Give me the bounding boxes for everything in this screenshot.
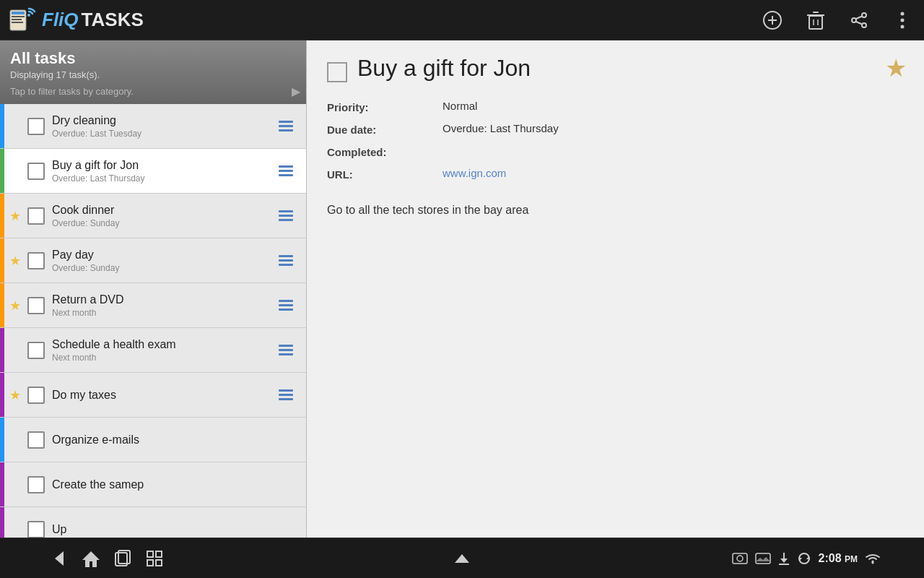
task-item[interactable]: ★Create the samep xyxy=(0,462,306,507)
task-drag-handle[interactable] xyxy=(274,210,297,221)
task-star-icon[interactable]: ★ xyxy=(6,253,25,269)
task-checkbox[interactable] xyxy=(27,387,45,404)
svg-point-15 xyxy=(862,23,866,27)
detail-star-icon[interactable]: ★ xyxy=(885,53,907,82)
task-name: Cook dinner xyxy=(52,204,274,217)
task-drag-handle[interactable] xyxy=(274,165,297,176)
svg-point-20 xyxy=(901,18,905,22)
priority-value: Normal xyxy=(443,100,904,113)
task-info: Organize e-mails xyxy=(52,434,300,447)
task-name: Buy a gift for Jon xyxy=(52,159,274,172)
task-star-icon[interactable]: ★ xyxy=(6,477,25,493)
detail-title: Buy a gift for Jon xyxy=(357,55,904,82)
back-button[interactable] xyxy=(43,543,75,574)
task-star-icon[interactable]: ★ xyxy=(6,432,25,448)
task-info: Schedule a health examNext month xyxy=(52,338,274,363)
detail-fields: Priority: Normal Due date: Overdue: Last… xyxy=(327,100,904,181)
priority-label: Priority: xyxy=(327,100,443,113)
task-color-bar xyxy=(0,373,4,417)
task-checkbox[interactable] xyxy=(27,521,45,538)
task-checkbox[interactable] xyxy=(27,163,45,180)
task-info: Create the samep xyxy=(52,478,300,491)
more-options-button[interactable] xyxy=(889,7,915,33)
task-color-bar xyxy=(0,104,4,148)
task-name: Organize e-mails xyxy=(52,434,300,447)
svg-rect-29 xyxy=(156,560,162,566)
task-name: Create the samep xyxy=(52,478,300,491)
top-actions xyxy=(759,7,915,33)
svg-point-5 xyxy=(27,14,30,17)
url-value[interactable]: www.ign.com xyxy=(443,167,904,181)
task-checkbox[interactable] xyxy=(27,207,45,225)
task-item[interactable]: ★Do my taxes xyxy=(0,373,306,418)
task-star-icon[interactable]: ★ xyxy=(6,208,25,224)
task-subtitle: Next month xyxy=(52,308,274,318)
home-button[interactable] xyxy=(75,543,107,574)
up-arrow-button[interactable] xyxy=(446,543,478,574)
task-checkbox[interactable] xyxy=(27,342,45,359)
task-item[interactable]: ★Return a DVDNext month xyxy=(0,283,306,328)
task-item[interactable]: ★Schedule a health examNext month xyxy=(0,328,306,373)
main-content: All tasks Displaying 17 task(s). Tap to … xyxy=(0,40,924,538)
svg-rect-31 xyxy=(733,553,747,564)
scan-button[interactable] xyxy=(139,543,170,574)
svg-point-32 xyxy=(737,556,743,561)
task-checkbox[interactable] xyxy=(27,297,45,314)
task-star-icon[interactable]: ★ xyxy=(6,342,25,358)
task-checkbox[interactable] xyxy=(27,118,45,135)
share-button[interactable] xyxy=(846,7,872,33)
task-item[interactable]: ★Organize e-mails xyxy=(0,418,306,462)
task-item[interactable]: ★Up xyxy=(0,507,306,538)
task-star-icon[interactable]: ★ xyxy=(6,298,25,314)
task-name: Up xyxy=(52,523,300,536)
task-star-icon[interactable]: ★ xyxy=(6,522,25,538)
photo-icon xyxy=(755,553,771,564)
task-color-bar xyxy=(0,507,4,538)
task-subtitle: Overdue: Sunday xyxy=(52,263,274,273)
detail-notes: Go to all the tech stores in the bay are… xyxy=(327,204,904,217)
task-color-bar xyxy=(0,238,4,282)
task-list-panel: All tasks Displaying 17 task(s). Tap to … xyxy=(0,40,307,538)
status-bar-right: 2:08 PM xyxy=(732,551,881,566)
collapse-arrow-icon[interactable]: ▶ xyxy=(292,85,300,98)
add-task-button[interactable] xyxy=(759,7,785,33)
bottom-nav: 2:08 PM xyxy=(0,538,924,578)
task-name: Pay day xyxy=(52,249,274,262)
task-drag-handle[interactable] xyxy=(274,255,297,266)
task-drag-handle[interactable] xyxy=(274,389,297,400)
task-checkbox[interactable] xyxy=(27,431,45,449)
task-color-bar xyxy=(0,328,4,372)
task-item[interactable]: ★Cook dinnerOverdue: Sunday xyxy=(0,194,306,238)
task-item[interactable]: ★Dry cleaningOverdue: Last Tuesday xyxy=(0,104,306,149)
task-color-bar xyxy=(0,418,4,462)
svg-rect-3 xyxy=(12,19,22,20)
task-name: Do my taxes xyxy=(52,389,274,402)
task-star-icon[interactable]: ★ xyxy=(6,163,25,179)
completed-value xyxy=(443,144,904,158)
task-drag-handle[interactable] xyxy=(274,300,297,311)
task-subtitle: Overdue: Sunday xyxy=(52,218,274,228)
svg-marker-36 xyxy=(780,558,788,563)
app-name: FliQ TASKS xyxy=(42,9,144,31)
task-item[interactable]: ★Buy a gift for JonOverdue: Last Thursda… xyxy=(0,149,306,194)
due-date-value: Overdue: Last Thursday xyxy=(443,122,904,136)
task-drag-handle[interactable] xyxy=(274,345,297,355)
task-info: Pay dayOverdue: Sunday xyxy=(52,249,274,273)
task-drag-handle[interactable] xyxy=(274,121,297,131)
task-checkbox[interactable] xyxy=(27,252,45,269)
task-detail-panel: Buy a gift for Jon ★ Priority: Normal Du… xyxy=(307,40,924,538)
recents-button[interactable] xyxy=(107,543,139,574)
svg-marker-34 xyxy=(756,557,770,561)
task-name: Schedule a health exam xyxy=(52,338,274,351)
svg-rect-1 xyxy=(12,12,25,14)
task-list: ★Dry cleaningOverdue: Last Tuesday★Buy a… xyxy=(0,104,306,538)
task-subtitle: Overdue: Last Thursday xyxy=(52,173,274,184)
task-star-icon[interactable]: ★ xyxy=(6,118,25,134)
detail-checkbox[interactable] xyxy=(327,62,347,82)
detail-header: Buy a gift for Jon xyxy=(327,55,904,82)
delete-button[interactable] xyxy=(803,7,829,33)
task-star-icon[interactable]: ★ xyxy=(6,387,25,403)
svg-point-14 xyxy=(862,13,866,17)
task-item[interactable]: ★Pay dayOverdue: Sunday xyxy=(0,238,306,283)
task-checkbox[interactable] xyxy=(27,476,45,493)
